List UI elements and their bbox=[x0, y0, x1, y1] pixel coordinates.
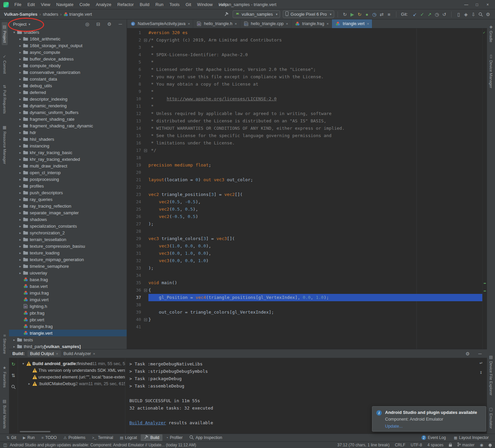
build-tree-item-2[interactable]: unexpected element (uri:"", local:"base-… bbox=[18, 373, 125, 380]
project-view-selector[interactable]: Project bbox=[13, 22, 26, 27]
horizontal-scrollbar[interactable] bbox=[20, 431, 50, 432]
code-line-2[interactable]: 2/* Copyright (c) 2019, Arm Limited and … bbox=[127, 36, 483, 44]
chevron-icon[interactable]: ▸ bbox=[12, 338, 17, 342]
toolwindow-button-git[interactable]: ⇅Git bbox=[3, 435, 19, 441]
chevron-icon[interactable]: ▸ bbox=[18, 91, 23, 94]
close-button[interactable]: × bbox=[482, 0, 493, 9]
chevron-icon[interactable]: ▸ bbox=[18, 258, 23, 261]
sdk-manager-icon[interactable]: ⇩ bbox=[470, 11, 477, 18]
code-line-18[interactable]: 18 bbox=[127, 154, 483, 161]
git-branch-widget[interactable]: master bbox=[457, 442, 475, 448]
toolwindow-button-terminal[interactable]: >_Terminal bbox=[89, 435, 116, 441]
tree-item-triangle-frag[interactable]: triangle.frag bbox=[9, 323, 127, 330]
tab-close-icon[interactable]: × bbox=[367, 22, 369, 26]
code-line-25[interactable]: 25 vec2(0.5, 0.5), bbox=[127, 206, 483, 213]
tool-stripe-project[interactable]: ▤Project bbox=[2, 22, 8, 45]
chevron-icon[interactable]: ▸ bbox=[18, 198, 23, 201]
tree-item-khr-ray-tracing-basic[interactable]: ▸khr_ray_tracing_basic bbox=[9, 149, 127, 156]
tool-stripe-resource-manager[interactable]: ▦Resource Manager bbox=[2, 123, 8, 166]
device-select[interactable]: Google Pixel 6 Pro ▾ bbox=[283, 10, 334, 18]
menu-code[interactable]: Code bbox=[77, 0, 93, 9]
code-line-35[interactable]: 35void main() bbox=[127, 279, 483, 287]
chevron-icon[interactable]: ▸ bbox=[18, 104, 23, 108]
tree-item-timeline-semaphore[interactable]: ▸timeline_semaphore bbox=[9, 263, 127, 269]
scroll-to-end-icon[interactable]: ↧ bbox=[477, 369, 485, 375]
tree-item-pbr-frag[interactable]: pbr.frag bbox=[9, 310, 127, 316]
code-line-38[interactable]: 38 bbox=[127, 301, 483, 309]
apply-changes-icon[interactable]: ↻ bbox=[356, 11, 363, 18]
chevron-icon[interactable]: ▾ bbox=[21, 362, 26, 365]
chevron-icon[interactable]: ▸ bbox=[18, 204, 23, 208]
fold-marker-icon[interactable] bbox=[142, 316, 148, 323]
line-ending-indicator[interactable]: CRLF bbox=[395, 443, 405, 447]
tree-item-fragment-shading-rate-dynamic[interactable]: ▸fragment_shading_rate_dynamic bbox=[9, 122, 127, 129]
chevron-icon[interactable]: ▸ bbox=[18, 251, 23, 255]
tree-item-fragment-shading-rate[interactable]: ▸fragment_shading_rate bbox=[9, 116, 127, 122]
toolwindow-button-build[interactable]: Build bbox=[141, 434, 162, 441]
breadcrumb-triangle-vert[interactable]: triangle.vert bbox=[69, 12, 93, 17]
code-line-11[interactable]: 11 * bbox=[127, 103, 483, 110]
tab-close-icon[interactable]: × bbox=[188, 22, 190, 26]
chevron-icon[interactable]: ▸ bbox=[18, 178, 23, 181]
tool-stripe-device-manager[interactable]: ▯Device Manager bbox=[488, 51, 494, 91]
toolwindow-button-todo[interactable]: ≡TODO bbox=[38, 435, 60, 441]
search-everywhere-icon[interactable] bbox=[477, 11, 484, 18]
toolwindow-button-event-log[interactable]: 2Event Log bbox=[418, 435, 449, 441]
build-tree-item-0[interactable]: ▾Build android_gradle: finished 11 min, … bbox=[18, 360, 125, 367]
tab-close-icon[interactable]: × bbox=[56, 352, 58, 356]
restart-build-icon[interactable]: ↻ bbox=[10, 361, 17, 367]
stop-icon[interactable]: ■ bbox=[385, 11, 393, 18]
code-editor[interactable]: 1#version 320 es2/* Copyright (c) 2019, … bbox=[127, 28, 487, 349]
tree-item-base-frag[interactable]: base.frag bbox=[9, 276, 127, 283]
avd-manager-icon[interactable]: ◈ bbox=[462, 11, 470, 18]
code-line-41[interactable]: 41 bbox=[127, 323, 483, 331]
tree-item-base-vert[interactable]: base.vert bbox=[9, 283, 127, 290]
chevron-icon[interactable]: ▸ bbox=[18, 157, 23, 161]
tree-item-tests[interactable]: ▸tests bbox=[9, 336, 127, 343]
menu-analyze[interactable]: Analyze bbox=[93, 0, 114, 9]
caret-position[interactable]: 37:12 (70 chars, 1 line break) bbox=[337, 443, 389, 447]
tab-close-icon[interactable]: × bbox=[327, 22, 329, 26]
chevron-icon[interactable]: ▸ bbox=[18, 37, 23, 41]
notification-bell-icon[interactable] bbox=[489, 444, 492, 446]
tab-close-icon[interactable]: × bbox=[93, 352, 95, 356]
find-icon[interactable] bbox=[10, 383, 17, 390]
tree-item-texture-loading[interactable]: ▸texture_loading bbox=[9, 249, 127, 256]
update-notification[interactable]: i Android Studio and plugin updates avai… bbox=[372, 406, 486, 432]
tree-item-16bit-storage-input-output[interactable]: ▸16bit_storage_input_output bbox=[9, 42, 127, 49]
chevron-icon[interactable]: ▸ bbox=[18, 57, 23, 61]
tool-stripe-gradle[interactable]: ◈Gradle bbox=[488, 22, 494, 45]
tree-item-specialization-constants[interactable]: ▸specialization_constants bbox=[9, 223, 127, 229]
chevron-icon[interactable]: ▸ bbox=[18, 111, 23, 114]
run-icon[interactable]: ▶ bbox=[349, 11, 356, 18]
chevron-icon[interactable]: ▸ bbox=[27, 382, 32, 385]
tree-item-hlsl-shaders[interactable]: ▸hlsl_shaders bbox=[9, 136, 127, 142]
toolwindow-toggle-icon[interactable]: ◫ bbox=[3, 443, 7, 447]
tree-item-constant-data[interactable]: ▸constant_data bbox=[9, 76, 127, 82]
code-line-30[interactable]: 30 vec3(1.0, 0.0, 0.0), bbox=[127, 242, 483, 250]
code-line-1[interactable]: 1#version 320 es bbox=[127, 29, 483, 36]
chevron-icon[interactable]: ▸ bbox=[18, 144, 23, 148]
maximize-button[interactable]: □ bbox=[472, 0, 482, 9]
soft-wrap-icon[interactable]: ↩ bbox=[477, 359, 485, 366]
collapse-all-icon[interactable]: ⊟ bbox=[95, 21, 102, 27]
tree-item-open-cl-interop[interactable]: ▸open_cl_interop bbox=[9, 169, 127, 176]
chevron-icon[interactable]: ▸ bbox=[12, 345, 17, 348]
settings-icon[interactable]: ⚙ bbox=[464, 350, 471, 357]
code-line-9[interactable]: 9 * bbox=[127, 88, 483, 95]
chevron-icon[interactable]: ▸ bbox=[18, 50, 23, 54]
chevron-icon[interactable]: ▸ bbox=[18, 171, 23, 175]
editor-tab-nativesampleactivity-java[interactable]: CNativeSampleActivity.java× bbox=[127, 19, 193, 28]
tree-item-compute-nbody[interactable]: ▸compute_nbody bbox=[9, 62, 127, 69]
chevron-icon[interactable]: ▸ bbox=[18, 84, 23, 88]
code-line-14[interactable]: 14 * WITHOUT WARRANTIES OR CONDITIONS OF… bbox=[127, 125, 483, 132]
tree-item-profiles[interactable]: ▸profiles bbox=[9, 183, 127, 189]
tree-item-terrain-tessellation[interactable]: ▸terrain_tessellation bbox=[9, 236, 127, 243]
menu-edit[interactable]: Edit bbox=[24, 0, 38, 9]
code-line-40[interactable]: 40} bbox=[127, 316, 483, 323]
code-line-21[interactable]: 21layout(location = 0) out vec3 out_colo… bbox=[127, 176, 483, 184]
code-line-8[interactable]: 8 * You may obtain a copy of the License… bbox=[127, 81, 483, 88]
code-line-17[interactable]: 17 */ bbox=[127, 147, 483, 154]
build-analyzer-link[interactable]: Build Analyzer bbox=[129, 420, 166, 425]
code-line-26[interactable]: 26 vec2(-0.5, 0.5) bbox=[127, 213, 483, 220]
